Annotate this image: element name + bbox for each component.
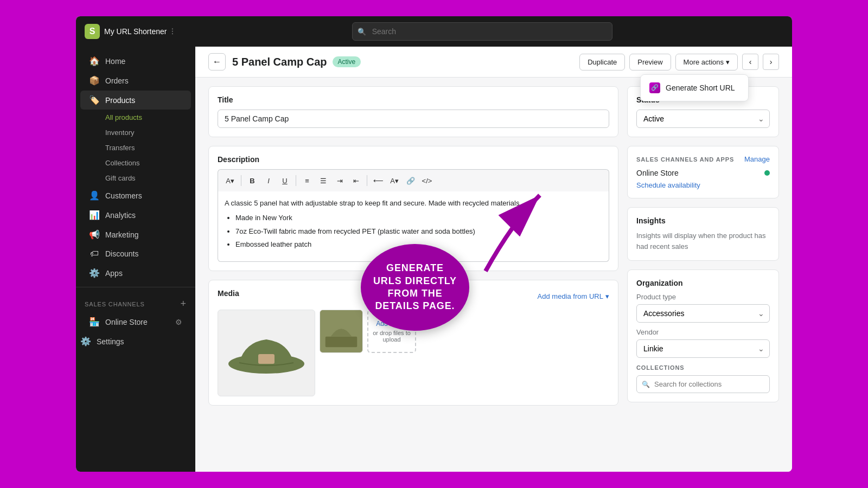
shopify-icon: S (85, 24, 100, 39)
header-actions: Duplicate Preview More actions ▾ 🔗 Gener… (579, 54, 779, 70)
sidebar-item-discounts[interactable]: 🏷 Discounts (80, 245, 191, 263)
back-button[interactable]: ← (208, 53, 226, 70)
product-right-sidebar: Status Active Draft SALES CHANNELS AND (627, 86, 779, 463)
product-body: Title Description A▾ B I U ≡ (195, 78, 792, 472)
vendor-wrapper: Linkie (636, 339, 770, 358)
vendor-select[interactable]: Linkie (636, 339, 770, 358)
vendor-label: Vendor (636, 328, 770, 336)
sales-channels-header: SALES CHANNELS AND APPS Manage (636, 155, 770, 163)
editor-toolbar: A▾ B I U ≡ ☰ ⇥ ⇤ ⟵ A▾ (218, 169, 609, 191)
sales-channels-label: SALES CHANNELS AND APPS (636, 156, 734, 163)
insights-title: Insights (636, 216, 770, 225)
description-editor[interactable]: A classic 5 panel hat with adjustable st… (218, 191, 609, 262)
title-card: Title (208, 86, 618, 137)
sidebar-item-label: Online Store (105, 318, 148, 326)
underline-button[interactable]: U (277, 173, 292, 188)
sidebar-item-label: Discounts (105, 249, 138, 258)
sidebar-item-online-store[interactable]: 🏪 Online Store ⚙ (80, 312, 191, 331)
next-product-button[interactable]: › (763, 54, 779, 70)
product-type-select[interactable]: Accessories (636, 304, 770, 323)
collections-section: COLLECTIONS (636, 364, 770, 393)
font-family-button[interactable]: A▾ (222, 173, 238, 188)
topbar: S My URL Shortener ⁝ (76, 16, 792, 47)
collections-label: COLLECTIONS (636, 364, 770, 371)
product-main-column: Title Description A▾ B I U ≡ (208, 86, 618, 463)
sidebar-item-home[interactable]: 🏠 Home (80, 52, 191, 70)
sidebar-sub-all-products[interactable]: All products (80, 110, 191, 125)
indent-button[interactable]: ⇥ (332, 173, 347, 188)
media-secondary (320, 310, 363, 396)
sidebar-item-apps[interactable]: ⚙️ Apps (80, 264, 191, 282)
add-media-button[interactable]: Add media from URL ▾ (538, 292, 609, 300)
main-layout: 🏠 Home 📦 Orders 🏷️ Products All products… (76, 47, 792, 472)
sidebar-item-label: Marketing (105, 230, 138, 239)
bold-button[interactable]: B (245, 173, 260, 188)
sidebar-sub-inventory[interactable]: Inventory (80, 125, 191, 140)
italic-button[interactable]: I (261, 173, 276, 188)
sidebar-item-products[interactable]: 🏷️ Products (80, 91, 191, 110)
toolbar-sep-1 (241, 175, 241, 186)
home-icon: 🏠 (89, 56, 100, 66)
product-name: 5 Panel Camp Cap (232, 56, 327, 68)
bullet2: 7oz Eco-Twill fabric made from recycled … (235, 226, 602, 237)
outdent-button[interactable]: ⇤ (348, 173, 363, 188)
online-store-settings-icon[interactable]: ⚙ (175, 318, 182, 326)
topbar-search-wrapper (352, 22, 612, 41)
title-input[interactable] (218, 110, 609, 128)
analytics-icon: 📊 (89, 210, 100, 220)
sidebar-item-analytics[interactable]: 📊 Analytics (80, 206, 191, 224)
generate-url-item[interactable]: 🔗 Generate Short URL (641, 77, 748, 99)
code-button[interactable]: </> (419, 173, 435, 188)
customers-icon: 👤 (89, 190, 100, 201)
sidebar-sub-gift-cards[interactable]: Gift cards (80, 171, 191, 185)
sidebar-sub-transfers[interactable]: Transfers (80, 140, 191, 155)
sidebar-item-marketing[interactable]: 📢 Marketing (80, 225, 191, 244)
orders-icon: 📦 (89, 75, 100, 86)
product-type-wrapper: Accessories (636, 304, 770, 323)
add-channel-icon[interactable]: + (181, 298, 187, 310)
prev-product-button[interactable]: ‹ (742, 54, 758, 70)
online-store-name: Online Store (636, 169, 679, 177)
preview-button[interactable]: Preview (629, 54, 671, 70)
media-thumb-1[interactable] (320, 310, 363, 353)
collections-search-input[interactable] (636, 375, 770, 393)
text-color-button[interactable]: A▾ (387, 173, 402, 188)
sidebar-item-orders[interactable]: 📦 Orders (80, 71, 191, 90)
description-card: Description A▾ B I U ≡ ☰ ⇥ ⇤ (208, 146, 618, 271)
more-actions-button[interactable]: More actions ▾ (675, 54, 738, 70)
media-upload-area[interactable]: Add media or drop files to upload (367, 310, 416, 353)
numbered-list-button[interactable]: ☰ (316, 173, 331, 188)
sidebar-item-customers[interactable]: 👤 Customers (80, 186, 191, 205)
collections-search-wrapper (636, 375, 770, 393)
online-store-row: Online Store (636, 169, 770, 177)
settings-icon: ⚙️ (80, 336, 91, 346)
media-card: Media Add media from URL ▾ (208, 280, 618, 406)
svg-rect-4 (326, 337, 358, 348)
content-area: ← 5 Panel Camp Cap Active Duplicate Prev… (195, 47, 792, 472)
svg-rect-2 (258, 354, 275, 364)
apps-icon: ⚙️ (89, 268, 100, 278)
manage-link[interactable]: Manage (744, 155, 770, 163)
sidebar-sub-collections[interactable]: Collections (80, 156, 191, 170)
sidebar-item-label: Analytics (105, 211, 136, 220)
description-label: Description (218, 155, 609, 164)
duplicate-button[interactable]: Duplicate (579, 54, 625, 70)
align-left-button[interactable]: ⟵ (371, 173, 386, 188)
store-name: My URL Shortener (104, 27, 167, 36)
chevron-down-icon-media: ▾ (605, 292, 609, 300)
media-main-image[interactable] (218, 310, 315, 396)
product-status-badge: Active (333, 56, 361, 67)
sidebar: 🏠 Home 📦 Orders 🏷️ Products All products… (76, 47, 195, 472)
sidebar-item-label: Customers (105, 191, 142, 200)
search-input[interactable] (352, 22, 612, 41)
status-select[interactable]: Active Draft (636, 110, 770, 128)
sidebar-item-settings[interactable]: ⚙️ Settings (80, 332, 191, 351)
toolbar-sep-2 (296, 175, 296, 186)
store-logo[interactable]: S My URL Shortener ⁝ (85, 24, 174, 39)
bullet-list-button[interactable]: ≡ (299, 173, 315, 188)
link-button[interactable]: 🔗 (403, 173, 418, 188)
sales-channels-card: SALES CHANNELS AND APPS Manage Online St… (627, 146, 779, 198)
schedule-link[interactable]: Schedule availability (636, 181, 700, 189)
topbar-divider: ⁝ (171, 25, 174, 37)
insights-text: Insights will display when the product h… (636, 230, 770, 252)
